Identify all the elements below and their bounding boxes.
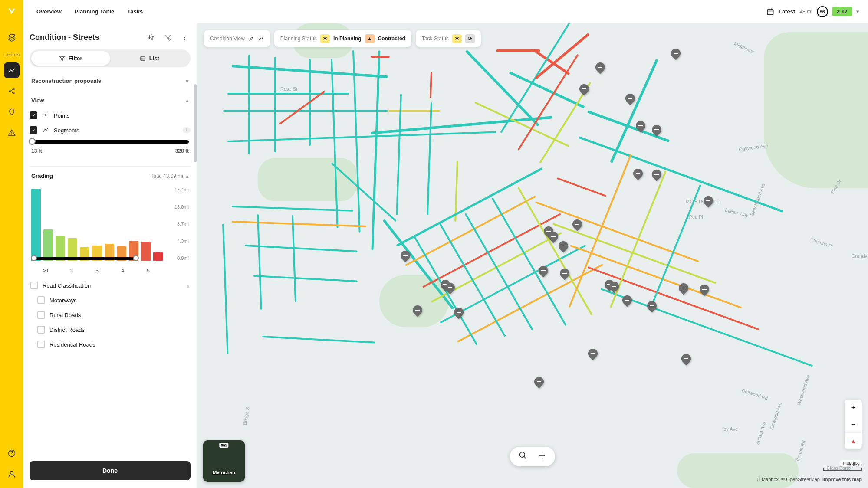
road-segment[interactable] [227,131,496,142]
classification-motorways[interactable]: Motorways [30,293,191,308]
checkbox-empty-icon[interactable] [37,296,45,304]
checkbox-empty-icon[interactable] [37,311,45,319]
tab-tasks[interactable]: Tasks [127,8,143,15]
road-segment[interactable] [371,56,390,58]
slider-handle-left[interactable] [31,255,37,261]
task-status-pill[interactable]: Task Status ✱ ⟳ [416,30,481,47]
minimap[interactable]: 531 Metuchen [203,440,245,482]
map-marker[interactable] [595,62,606,76]
network-layer-button[interactable] [4,83,20,99]
map-marker[interactable] [538,266,549,280]
map-marker[interactable] [444,283,456,297]
help-button[interactable] [4,445,20,461]
search-icon[interactable] [519,451,527,462]
road-segment[interactable] [245,245,358,252]
compass-button[interactable]: ▲ [845,432,862,449]
pin-layer-button[interactable] [4,104,20,120]
chart-bar[interactable] [31,189,41,261]
road-segment[interactable] [352,50,361,233]
road-segment[interactable] [331,59,339,228]
list-toggle[interactable]: List [110,51,189,66]
road-segment[interactable] [227,93,349,95]
condition-view-pill[interactable]: Condition View [204,30,270,47]
tab-planning-table[interactable]: Planning Table [75,8,115,15]
road-segment[interactable] [279,90,326,125]
map-marker[interactable] [572,219,583,233]
map-marker[interactable] [559,269,570,282]
filter-clear-button[interactable] [162,31,174,43]
segments-checkbox-row[interactable]: ✓ Segments i [30,123,191,138]
classification-residential[interactable]: Residential Roads [30,337,191,352]
road-segment[interactable] [222,224,228,354]
map-marker[interactable] [681,354,692,368]
slider-handle-left[interactable] [29,138,36,145]
classification-district[interactable]: District Roads [30,322,191,337]
road-segment[interactable] [430,72,432,98]
slider-handle-right[interactable] [133,255,139,261]
chart-bar[interactable] [153,252,163,261]
map-marker[interactable] [621,295,633,309]
grading-range-slider[interactable] [33,257,137,260]
map-marker[interactable] [412,305,423,319]
improve-map-link[interactable]: Improve this map [822,477,862,482]
layers-button[interactable] [4,29,20,45]
road-segment[interactable] [292,215,296,302]
view-section[interactable]: View ▴ [30,93,191,108]
map-marker[interactable] [579,84,590,98]
grading-section[interactable]: Grading Total 43.09 mi ▴ [30,169,191,183]
road-classification-section[interactable]: Road Classification ▴ [30,278,191,293]
map[interactable]: Oakwood Ave ROBINVALE Grandv Ped Pl Clar… [197,23,868,488]
road-segment[interactable] [232,206,353,212]
done-button[interactable]: Done [30,461,191,480]
map-marker[interactable] [651,125,662,139]
map-marker[interactable] [651,170,662,183]
reconstruction-section[interactable]: Reconstruction proposals ▾ [30,73,191,88]
points-checkbox-row[interactable]: ✓ Points [30,108,191,123]
road-segment[interactable] [274,57,276,152]
alert-layer-button[interactable] [4,125,20,141]
map-marker[interactable] [587,349,598,363]
road-segment[interactable] [253,275,358,282]
road-segment[interactable] [464,213,533,330]
account-button[interactable] [4,466,20,482]
map-marker[interactable] [533,377,545,391]
chevron-down-icon[interactable]: ▾ [856,8,859,15]
checkbox-empty-icon[interactable] [30,282,38,289]
map-marker[interactable] [632,169,644,183]
latest-label[interactable]: Latest [779,8,795,15]
road-segment[interactable] [232,221,366,227]
road-segment[interactable] [557,177,606,197]
sort-button[interactable]: AZ [145,31,158,43]
road-segment[interactable] [223,110,388,112]
map-marker[interactable] [453,308,464,321]
chart-bar[interactable] [43,229,53,261]
map-marker[interactable] [608,282,620,295]
map-marker[interactable] [670,49,681,62]
segment-length-slider[interactable] [31,140,189,144]
planning-status-pill[interactable]: Planning Status ✱ In Planning ▲ Contract… [274,30,411,47]
condition-layer-button[interactable] [4,62,20,78]
map-marker[interactable] [625,94,636,108]
classification-rural[interactable]: Rural Roads [30,308,191,322]
checkbox-empty-icon[interactable] [37,326,45,334]
road-segment[interactable] [371,50,380,250]
calendar-icon[interactable] [766,8,774,16]
filter-toggle[interactable]: Filter [31,51,110,66]
logo[interactable] [0,0,23,23]
road-segment[interactable] [388,110,440,112]
zoom-in-button[interactable]: + [845,400,862,416]
add-icon[interactable] [538,451,546,462]
map-marker[interactable] [646,301,658,315]
more-button[interactable]: ⋮ [178,31,191,43]
road-segment[interactable] [248,55,250,154]
checkbox-empty-icon[interactable] [37,341,45,348]
chart-bar[interactable] [141,242,151,261]
road-segment[interactable] [262,336,375,344]
road-segment[interactable] [257,214,262,310]
scrollbar[interactable] [194,84,197,162]
zoom-out-button[interactable]: − [845,416,862,432]
map-marker[interactable] [678,283,689,297]
info-icon[interactable]: i [183,127,191,133]
road-segment[interactable] [427,102,432,215]
road-segment[interactable] [517,187,592,315]
